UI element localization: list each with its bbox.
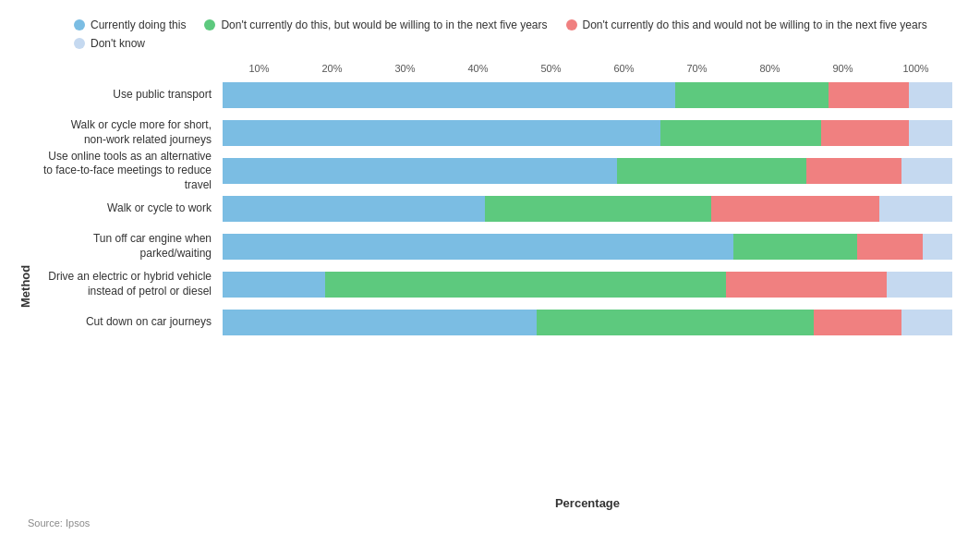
row-label: Walk or cycle more for short,non-work re…: [38, 118, 223, 147]
legend: Currently doing thisDon't currently do t…: [18, 18, 952, 50]
bar-segment: [223, 120, 660, 146]
legend-dot-dont-know: [74, 38, 85, 49]
bar-segment: [675, 82, 829, 108]
bar-track: [223, 234, 952, 260]
chart-row: Drive an electric or hybrid vehicle inst…: [38, 267, 952, 302]
bar-segment: [726, 272, 887, 298]
chart-container: Currently doing thisDon't currently do t…: [0, 0, 980, 547]
legend-item-currently: Currently doing this: [74, 18, 186, 31]
bar-segment: [537, 310, 814, 335]
chart-row: Use online tools as an alternative to fa…: [38, 153, 952, 188]
bar-segment: [325, 272, 727, 298]
x-tick: 90%: [806, 63, 879, 74]
bar-segment: [806, 158, 901, 184]
bar-segment: [223, 234, 733, 260]
bar-segment: [909, 82, 952, 108]
bar-segment: [857, 234, 923, 260]
bar-track: [223, 120, 952, 146]
chart-row: Walk or cycle more for short,non-work re…: [38, 115, 952, 151]
x-tick: 30%: [369, 63, 442, 74]
legend-dot-willing: [204, 19, 215, 30]
bar-segment: [879, 196, 952, 222]
bar-track: [223, 272, 952, 298]
chart-body: 10%20%30%40%50%60%70%80%90%100% Use publ…: [38, 63, 952, 510]
x-tick: 40%: [442, 63, 514, 74]
bar-segment: [887, 272, 952, 298]
legend-label-willing: Don't currently do this, but would be wi…: [221, 18, 547, 31]
bar-segment: [223, 272, 325, 298]
bar-segment: [711, 196, 879, 222]
legend-label-dont-know: Don't know: [91, 37, 145, 50]
row-label: Use online tools as an alternative to fa…: [38, 150, 223, 193]
row-label: Drive an electric or hybrid vehicle inst…: [38, 270, 223, 298]
row-label: Cut down on car journeys: [38, 315, 223, 330]
bar-track: [223, 196, 952, 222]
bar-segment: [901, 158, 952, 184]
source-text: Source: Ipsos: [28, 517, 952, 529]
bar-track: [223, 158, 952, 184]
bar-segment: [223, 310, 537, 335]
bar-segment: [660, 120, 821, 146]
chart-row: Walk or cycle to work: [38, 191, 952, 226]
rows-area: Use public transportWalk or cycle more f…: [38, 78, 952, 487]
legend-dot-not-willing: [566, 19, 577, 30]
row-label: Tun off car engine when parked/waiting: [38, 232, 223, 261]
bar-segment: [617, 158, 806, 184]
x-tick: 10%: [223, 63, 296, 74]
bar-segment: [223, 82, 675, 108]
x-tick: 100%: [879, 63, 952, 74]
bar-segment: [923, 234, 952, 260]
chart-row: Use public transport: [38, 78, 952, 113]
y-axis-label: Method: [18, 63, 32, 510]
bar-segment: [223, 196, 485, 222]
bar-segment: [223, 158, 617, 184]
x-axis-ticks: 10%20%30%40%50%60%70%80%90%100%: [223, 63, 952, 74]
row-label: Walk or cycle to work: [38, 201, 223, 216]
x-tick: 70%: [660, 63, 733, 74]
legend-label-not-willing: Don't currently do this and would not be…: [583, 18, 927, 31]
row-label: Use public transport: [38, 88, 223, 103]
chart-row: Tun off car engine when parked/waiting: [38, 229, 952, 264]
bar-segment: [485, 196, 711, 222]
legend-dot-currently: [74, 19, 85, 30]
bar-track: [223, 82, 952, 108]
x-tick: 80%: [733, 63, 806, 74]
legend-item-not-willing: Don't currently do this and would not be…: [566, 18, 927, 31]
bar-track: [223, 310, 952, 335]
x-axis-label: Percentage: [223, 496, 952, 510]
bar-segment: [829, 82, 909, 108]
chart-area: Method 10%20%30%40%50%60%70%80%90%100% U…: [18, 63, 952, 510]
legend-item-willing: Don't currently do this, but would be wi…: [204, 18, 547, 31]
chart-row: Cut down on car journeys: [38, 305, 952, 340]
bar-segment: [814, 310, 901, 335]
legend-label-currently: Currently doing this: [91, 18, 186, 31]
bar-segment: [909, 120, 952, 146]
bar-segment: [733, 234, 857, 260]
x-tick: 50%: [514, 63, 587, 74]
x-tick: 20%: [296, 63, 369, 74]
legend-item-dont-know: Don't know: [74, 37, 145, 50]
x-tick: 60%: [587, 63, 660, 74]
bar-segment: [821, 120, 909, 146]
bar-segment: [901, 310, 952, 335]
